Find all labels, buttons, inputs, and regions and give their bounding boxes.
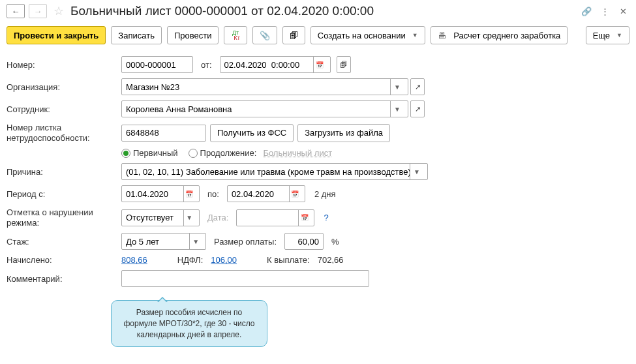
- chevron-down-icon[interactable]: ▼: [410, 164, 423, 179]
- violation-select[interactable]: ▼: [121, 209, 200, 226]
- org-open-button[interactable]: ↗: [410, 78, 425, 95]
- write-button[interactable]: Записать: [111, 26, 162, 44]
- org-select[interactable]: ▼: [121, 78, 408, 95]
- violation-date-input[interactable]: 📅: [236, 209, 314, 226]
- nav-forward[interactable]: →: [29, 4, 47, 18]
- comment-input[interactable]: [121, 270, 369, 287]
- period-from-input[interactable]: 📅: [121, 185, 200, 202]
- period-to-input[interactable]: 📅: [227, 185, 305, 202]
- chevron-down-icon[interactable]: ▼: [390, 79, 404, 95]
- comment-label: Комментарий:: [7, 274, 117, 284]
- chevron-down-icon[interactable]: ▼: [390, 101, 404, 117]
- employee-open-button[interactable]: ↗: [410, 100, 425, 117]
- calendar-icon[interactable]: 📅: [313, 57, 326, 72]
- chevron-down-icon: ▼: [616, 32, 622, 38]
- violation-label: Отметка о нарушении режима:: [7, 207, 117, 228]
- load-file-button[interactable]: Загрузить из файла: [297, 124, 390, 142]
- payout-label: К выплате:: [267, 255, 310, 265]
- calendar-icon[interactable]: 📅: [289, 186, 301, 202]
- number-input[interactable]: [121, 56, 193, 73]
- payrate-input[interactable]: [284, 233, 324, 250]
- to-label: по:: [207, 189, 219, 199]
- accrued-label: Начислено:: [7, 255, 117, 265]
- page-title: Больничный лист 0000-000001 от 02.04.202…: [70, 4, 576, 18]
- days-text: 2 дня: [314, 189, 336, 199]
- chevron-down-icon[interactable]: ▼: [189, 234, 202, 249]
- payrate-label: Размер оплаты:: [214, 237, 277, 247]
- primary-radio[interactable]: Первичный: [121, 148, 178, 158]
- ndfl-link[interactable]: 106,00: [211, 255, 237, 265]
- payout-value: 702,66: [318, 255, 344, 265]
- accrued-link[interactable]: 808,66: [121, 255, 147, 265]
- help-icon[interactable]: ?: [324, 213, 328, 222]
- chevron-down-icon: ▼: [412, 32, 418, 38]
- sheetno-label: Номер листка нетрудоспособности:: [7, 123, 117, 143]
- reason-select[interactable]: ▼: [121, 163, 428, 180]
- get-fss-button[interactable]: Получить из ФСС: [210, 124, 294, 142]
- radio-icon: [121, 149, 130, 158]
- kebab-icon[interactable]: ⋮: [598, 5, 611, 18]
- number-label: Номер:: [7, 60, 117, 70]
- dtkt-icon: ДтКт: [231, 30, 239, 40]
- calendar-icon[interactable]: 📅: [183, 186, 195, 202]
- paperclip-icon: 📎: [260, 31, 270, 40]
- org-label: Организация:: [7, 82, 117, 92]
- create-based-button[interactable]: Создать на основании▼: [310, 26, 425, 44]
- percent-label: %: [331, 237, 339, 247]
- calendar-icon: 📅: [298, 210, 310, 226]
- sick-sheet-link: Больничный лист: [263, 148, 332, 158]
- from-label: от:: [201, 60, 212, 70]
- report-button[interactable]: 🗐: [282, 26, 305, 44]
- post-button[interactable]: Провести: [167, 26, 219, 44]
- favorite-star-icon[interactable]: ☆: [53, 4, 64, 18]
- employee-select[interactable]: ▼: [121, 100, 408, 117]
- sheetno-input[interactable]: [121, 125, 206, 142]
- close-icon[interactable]: ✕: [616, 5, 629, 18]
- employee-label: Сотрудник:: [7, 104, 117, 114]
- tooltip-callout: Размер пособия исчислен по формуле МРОТ/…: [111, 300, 267, 347]
- post-and-close-button[interactable]: Провести и закрыть: [7, 26, 106, 44]
- report-icon: 🗐: [290, 31, 298, 40]
- attach-button[interactable]: 📎: [252, 26, 277, 44]
- link-icon[interactable]: 🔗: [580, 5, 593, 18]
- ndfl-label: НДФЛ:: [177, 255, 204, 265]
- period-from-label: Период с:: [7, 189, 117, 199]
- seniority-label: Стаж:: [7, 237, 117, 247]
- date-input[interactable]: 📅: [220, 56, 331, 73]
- reason-label: Причина:: [7, 167, 117, 177]
- nav-back[interactable]: ←: [7, 4, 25, 18]
- transactions-button[interactable]: ДтКт: [224, 26, 247, 44]
- violation-date-label: Дата:: [207, 213, 228, 222]
- radio-icon: [189, 149, 198, 158]
- continuation-radio[interactable]: Продолжение:: [189, 148, 257, 158]
- calc-average-button[interactable]: 🖶 Расчет среднего заработка: [431, 26, 568, 44]
- report-small-button[interactable]: 🗐: [337, 56, 351, 73]
- printer-icon: 🖶: [438, 31, 446, 40]
- more-button[interactable]: Еще▼: [586, 26, 629, 44]
- chevron-down-icon[interactable]: ▼: [183, 210, 195, 226]
- seniority-select[interactable]: ▼: [121, 233, 206, 250]
